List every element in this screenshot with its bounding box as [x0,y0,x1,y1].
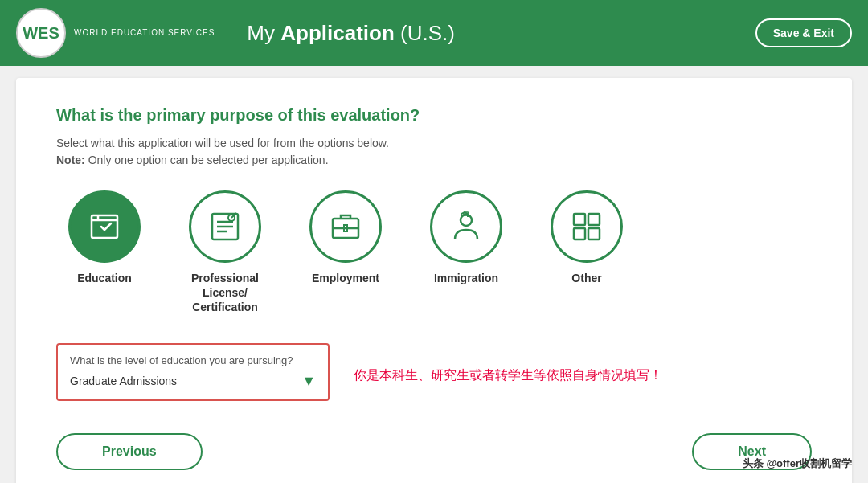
header: WES WORLD EDUCATION SERVICES My Applicat… [0,0,868,66]
question-title: What is the primary purpose of this eval… [56,106,812,125]
education-label: Education [77,271,132,285]
immigration-icon-circle [430,190,502,263]
title-bold: Application [280,21,395,45]
other-icon [567,207,606,246]
main-card: What is the primary purpose of this eval… [16,78,852,483]
dropdown-row: What is the level of education you are p… [56,343,812,409]
previous-button[interactable]: Previous [56,433,203,470]
description-text: Select what this application will be use… [56,137,812,149]
professional-label: Professional License/ Certification [177,271,273,315]
navigation-buttons: Previous Next [56,433,812,470]
title-suffix: (U.S.) [395,21,455,45]
immigration-icon [447,207,485,246]
dropdown-label: What is the level of education you are p… [70,354,316,366]
option-employment[interactable]: Employment [297,190,394,285]
watermark: 头条 @offer收割机留学 [743,456,852,471]
option-professional[interactable]: Professional License/ Certification [177,190,273,315]
education-level-select[interactable]: Undergraduate Admissions Graduate Admiss… [70,375,297,387]
option-immigration[interactable]: Immigration [418,190,514,285]
app-title: My Application (U.S.) [215,21,755,46]
svg-rect-14 [588,214,600,225]
option-other[interactable]: Other [538,190,635,285]
world-education-services-text: WORLD EDUCATION SERVICES [74,27,215,39]
employment-label: Employment [312,271,379,285]
dropdown-section: What is the level of education you are p… [56,343,330,401]
wes-logo: WES [16,8,66,58]
dropdown-arrow-icon: ▼ [301,373,316,390]
immigration-label: Immigration [434,271,498,285]
dropdown-wrapper[interactable]: Undergraduate Admissions Graduate Admiss… [70,373,316,390]
note-body: Only one option can be selected per appl… [85,153,329,166]
other-icon-circle [551,190,623,263]
employment-icon-circle [309,190,382,263]
other-label: Other [571,271,601,285]
purpose-options-row: Education Professional License/ Certific… [56,190,812,315]
title-normal: My [247,21,280,45]
professional-icon [206,207,244,246]
save-exit-button[interactable]: Save & Exit [755,18,852,47]
note-text: Note: Only one option can be selected pe… [56,153,812,166]
education-icon-circle [68,190,141,263]
professional-icon-circle [189,190,261,263]
logo-container: WES WORLD EDUCATION SERVICES [16,8,215,58]
svg-rect-13 [574,214,585,225]
wes-logo-text: WES [23,24,59,43]
employment-icon [326,207,365,246]
svg-rect-15 [574,228,585,239]
annotation-text: 你是本科生、研究生或者转学生等依照自身情况填写！ [354,367,662,384]
svg-rect-16 [588,228,600,239]
svg-point-11 [461,215,472,226]
education-icon [85,207,124,246]
note-label: Note: [56,153,85,166]
svg-rect-0 [92,215,117,238]
option-education[interactable]: Education [56,190,153,285]
